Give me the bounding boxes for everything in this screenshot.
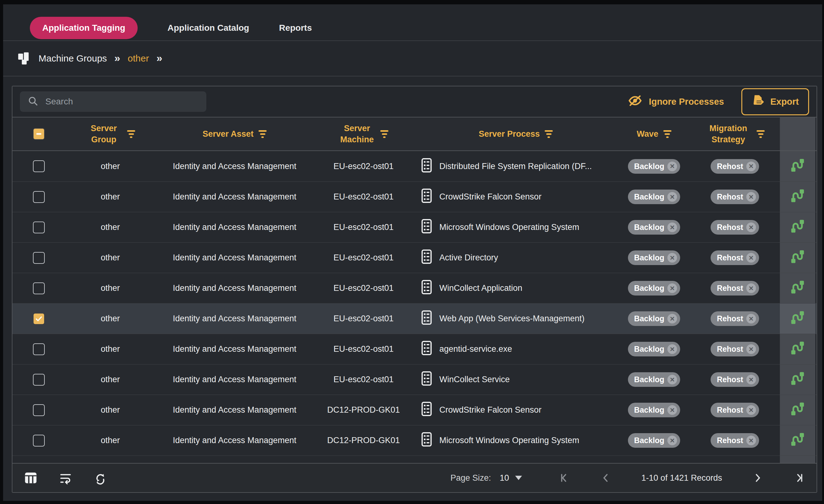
row-checkbox[interactable] xyxy=(33,252,45,264)
table-row[interactable]: otherIdentity and Access ManagementEU-es… xyxy=(12,242,817,273)
table-row[interactable]: otherIdentity and Access ManagementEU-es… xyxy=(12,151,817,182)
remove-wave-icon[interactable]: ✕ xyxy=(667,436,677,445)
table-header: Server Group Server Asset Server Machine… xyxy=(12,117,817,151)
filter-icon[interactable] xyxy=(127,130,135,138)
breadcrumb-current[interactable]: other xyxy=(128,53,149,64)
filter-icon[interactable] xyxy=(756,130,765,138)
table-row[interactable]: otherIdentity and Access ManagementEU-es… xyxy=(12,334,817,364)
row-checkbox[interactable] xyxy=(33,160,45,172)
table-row[interactable]: otherIdentity and Access ManagementEU-es… xyxy=(12,364,817,395)
server-asset-cell: Identity and Access Management xyxy=(156,395,314,425)
first-page-icon[interactable] xyxy=(559,472,571,484)
page-size-value[interactable]: 10 xyxy=(500,473,509,483)
remap-cable-icon[interactable] xyxy=(790,431,806,449)
refresh-icon[interactable] xyxy=(93,471,107,485)
remap-cable-icon[interactable] xyxy=(790,309,806,328)
table-row[interactable]: otherIdentity and Access ManagementDC12-… xyxy=(12,395,817,425)
row-checkbox[interactable] xyxy=(33,374,45,386)
filter-icon[interactable] xyxy=(380,130,388,138)
remove-strategy-icon[interactable]: ✕ xyxy=(746,222,756,232)
process-name: CrowdStrike Falcon Sensor xyxy=(439,405,541,415)
row-actions-cell xyxy=(780,151,815,182)
row-checkbox[interactable] xyxy=(33,191,45,203)
server-asset-cell: Identity and Access Management xyxy=(156,151,314,182)
filter-icon[interactable] xyxy=(545,130,553,138)
row-checkbox[interactable] xyxy=(33,313,45,325)
filter-icon[interactable] xyxy=(663,130,672,138)
server-machine-cell: EU-esc02-ost01 xyxy=(314,243,413,273)
remove-strategy-icon[interactable]: ✕ xyxy=(746,314,756,323)
search-box[interactable] xyxy=(20,91,206,112)
breadcrumb-root[interactable]: Machine Groups xyxy=(38,53,107,64)
tab-reports[interactable]: Reports xyxy=(279,23,312,33)
strategy-badge: Rehost✕ xyxy=(711,372,759,387)
row-checkbox[interactable] xyxy=(33,404,45,416)
remove-strategy-icon[interactable]: ✕ xyxy=(746,405,756,415)
page-size-caret-icon[interactable] xyxy=(515,476,522,480)
server-machine-cell: EU-esc02-ost01 xyxy=(314,151,413,182)
select-all-checkbox[interactable] xyxy=(33,128,45,140)
wave-badge: Backlog✕ xyxy=(628,372,680,387)
remove-wave-icon[interactable]: ✕ xyxy=(667,344,677,354)
column-settings-icon[interactable] xyxy=(24,471,38,485)
process-name: Web App (Web Services-Management) xyxy=(439,314,585,323)
remap-cable-icon[interactable] xyxy=(790,340,806,358)
wrap-text-icon[interactable] xyxy=(59,471,73,485)
row-checkbox[interactable] xyxy=(33,435,45,446)
table-row[interactable]: otherIdentity and Access ManagementEU-es… xyxy=(12,212,817,242)
previous-page-icon[interactable] xyxy=(600,472,611,484)
strategy-badge: Rehost✕ xyxy=(711,403,759,417)
tab-application-catalog[interactable]: Application Catalog xyxy=(168,23,249,33)
process-name: Active Directory xyxy=(439,253,498,263)
search-input[interactable] xyxy=(45,97,199,107)
filter-icon[interactable] xyxy=(259,130,267,138)
wave-badge-label: Backlog xyxy=(634,284,664,293)
remove-wave-icon[interactable]: ✕ xyxy=(667,162,677,171)
row-checkbox[interactable] xyxy=(33,343,45,355)
export-button[interactable]: Export xyxy=(741,88,809,115)
remap-cable-icon[interactable] xyxy=(790,188,806,206)
strategy-badge-label: Rehost xyxy=(717,436,743,445)
server-machine-cell: EU-esc02-ost01 xyxy=(314,334,413,364)
breadcrumb-divider xyxy=(3,76,822,77)
remap-cable-icon[interactable] xyxy=(790,157,806,176)
remap-cable-icon[interactable] xyxy=(790,279,806,297)
wave-badge-label: Backlog xyxy=(634,405,664,414)
remove-wave-icon[interactable]: ✕ xyxy=(667,222,677,232)
remap-cable-icon[interactable] xyxy=(790,370,806,389)
server-process-cell: CrowdStrike Falcon Sensor xyxy=(413,395,618,425)
server-group-cell: other xyxy=(65,151,156,182)
migration-strategy-cell: Rehost✕ xyxy=(690,395,780,425)
export-label: Export xyxy=(770,97,799,107)
ignore-processes-button[interactable]: Ignore Processes xyxy=(628,94,724,109)
server-asset-cell: Identity and Access Management xyxy=(156,304,314,334)
remove-strategy-icon[interactable]: ✕ xyxy=(746,375,756,384)
remove-wave-icon[interactable]: ✕ xyxy=(667,314,677,323)
table-row[interactable]: otherIdentity and Access ManagementEU-es… xyxy=(12,303,817,334)
row-checkbox[interactable] xyxy=(33,283,45,294)
remove-wave-icon[interactable]: ✕ xyxy=(667,253,677,263)
row-checkbox[interactable] xyxy=(33,221,45,233)
row-actions-cell xyxy=(780,304,815,334)
remove-wave-icon[interactable]: ✕ xyxy=(667,283,677,293)
strategy-badge-label: Rehost xyxy=(717,162,743,171)
table-row[interactable]: otherIdentity and Access ManagementEU-es… xyxy=(12,273,817,303)
remove-wave-icon[interactable]: ✕ xyxy=(667,405,677,415)
tab-application-tagging[interactable]: Application Tagging xyxy=(30,17,138,39)
remap-cable-icon[interactable] xyxy=(790,248,806,267)
remove-strategy-icon[interactable]: ✕ xyxy=(746,162,756,171)
remove-strategy-icon[interactable]: ✕ xyxy=(746,436,756,445)
remap-cable-icon[interactable] xyxy=(790,218,806,236)
remove-wave-icon[interactable]: ✕ xyxy=(667,375,677,384)
remove-strategy-icon[interactable]: ✕ xyxy=(746,192,756,202)
table-row[interactable]: otherIdentity and Access ManagementEU-es… xyxy=(12,182,817,212)
remove-strategy-icon[interactable]: ✕ xyxy=(746,253,756,263)
remove-strategy-icon[interactable]: ✕ xyxy=(746,283,756,293)
table-row[interactable]: otherIdentity and Access ManagementDC12-… xyxy=(12,425,817,456)
remove-strategy-icon[interactable]: ✕ xyxy=(746,344,756,354)
remove-wave-icon[interactable]: ✕ xyxy=(667,192,677,202)
remap-cable-icon[interactable] xyxy=(790,401,806,419)
next-page-icon[interactable] xyxy=(752,472,763,484)
last-page-icon[interactable] xyxy=(793,472,804,484)
strategy-badge-label: Rehost xyxy=(717,314,743,323)
